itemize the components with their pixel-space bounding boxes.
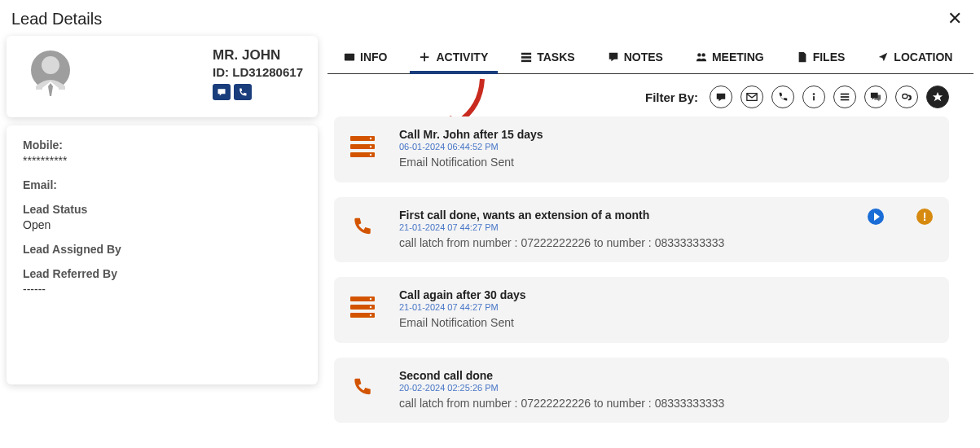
server-icon bbox=[349, 133, 376, 160]
mobile-value: ********** bbox=[23, 154, 301, 167]
svg-rect-5 bbox=[521, 60, 531, 63]
tab-meeting-label: MEETING bbox=[712, 51, 764, 64]
activity-title: Call Mr. John after 15 days bbox=[399, 128, 933, 141]
filter-comment-icon[interactable] bbox=[864, 86, 887, 108]
svg-point-9 bbox=[813, 93, 815, 95]
tab-notes-label: NOTES bbox=[624, 51, 663, 64]
call-button[interactable] bbox=[234, 84, 252, 100]
lead-status-value: Open bbox=[23, 218, 301, 231]
lead-name: MR. JOHN bbox=[213, 47, 303, 64]
phone-icon bbox=[349, 374, 376, 402]
svg-point-1 bbox=[42, 56, 59, 74]
svg-rect-2 bbox=[345, 54, 354, 61]
referred-by-label: Lead Referred By bbox=[23, 267, 301, 280]
tab-notes[interactable]: NOTES bbox=[591, 41, 679, 73]
activity-desc: Email Notification Sent bbox=[399, 155, 933, 171]
tab-meeting[interactable]: MEETING bbox=[679, 41, 780, 73]
activity-desc: Email Notification Sent bbox=[399, 315, 933, 332]
lead-summary-card: MR. JOHN ID: LD31280617 bbox=[7, 36, 318, 117]
svg-rect-12 bbox=[841, 96, 850, 98]
activity-time: 21-01-2024 07 44:27 PM bbox=[399, 302, 933, 312]
filter-chat-icon[interactable] bbox=[710, 86, 732, 108]
tab-tasks-label: TASKS bbox=[537, 51, 574, 64]
tab-location[interactable]: LOCATION bbox=[861, 41, 969, 73]
activity-item: Call again after 30 days 21-01-2024 07 4… bbox=[334, 277, 949, 343]
svg-rect-13 bbox=[841, 99, 850, 101]
filter-phone-icon[interactable] bbox=[771, 86, 794, 108]
activity-list: Call Mr. John after 15 days 06-01-2024 0… bbox=[327, 116, 973, 423]
svg-point-18 bbox=[370, 146, 371, 147]
filter-label: Filter By: bbox=[645, 90, 698, 104]
tab-location-label: LOCATION bbox=[894, 51, 952, 64]
lead-details-card: Mobile: ********** Email: Lead Status Op… bbox=[7, 125, 318, 384]
avatar bbox=[21, 47, 80, 106]
svg-rect-10 bbox=[813, 96, 815, 100]
activity-item: Call Mr. John after 15 days 06-01-2024 0… bbox=[334, 116, 949, 182]
svg-point-23 bbox=[370, 298, 371, 300]
filter-email-icon[interactable] bbox=[740, 86, 763, 108]
activity-item: First call done, wants an extension of a… bbox=[334, 197, 949, 263]
activity-time: 06-01-2024 06:44:52 PM bbox=[399, 142, 933, 152]
tab-info-label: INFO bbox=[360, 51, 387, 64]
filter-star-icon[interactable] bbox=[926, 86, 949, 108]
svg-point-7 bbox=[701, 53, 705, 56]
tab-files-label: FILES bbox=[813, 51, 846, 64]
warning-icon[interactable]: ! bbox=[916, 209, 933, 225]
svg-rect-8 bbox=[747, 94, 757, 101]
activity-item: Second call done 20-02-2024 02:25:26 PM … bbox=[334, 358, 949, 424]
activity-title: First call done, wants an extension of a… bbox=[399, 209, 933, 222]
lead-status-label: Lead Status bbox=[23, 203, 301, 216]
svg-rect-4 bbox=[521, 56, 531, 59]
svg-point-25 bbox=[370, 314, 371, 316]
play-icon[interactable] bbox=[868, 209, 884, 225]
mobile-label: Mobile: bbox=[23, 138, 301, 152]
filter-link-icon[interactable] bbox=[895, 86, 918, 108]
svg-rect-11 bbox=[841, 94, 850, 95]
tab-tasks[interactable]: TASKS bbox=[504, 41, 591, 73]
svg-rect-3 bbox=[521, 53, 531, 55]
activity-desc: call latch from number : 07222222226 to … bbox=[399, 235, 933, 252]
activity-time: 21-01-2024 07 44:27 PM bbox=[399, 222, 933, 232]
tab-files[interactable]: FILES bbox=[780, 41, 862, 73]
tab-activity[interactable]: ACTIVITY bbox=[403, 41, 504, 73]
server-icon bbox=[349, 293, 376, 321]
svg-point-17 bbox=[370, 138, 371, 139]
activity-time: 20-02-2024 02:25:26 PM bbox=[399, 383, 933, 393]
message-button[interactable] bbox=[213, 84, 231, 100]
close-icon[interactable]: ✕ bbox=[944, 7, 965, 31]
activity-title: Call again after 30 days bbox=[399, 288, 933, 301]
tabs: INFO ACTIVITY TASKS NOTES MEETING FILES bbox=[327, 41, 973, 74]
svg-point-6 bbox=[697, 53, 701, 56]
activity-title: Second call done bbox=[399, 369, 933, 382]
page-title: Lead Details bbox=[11, 10, 102, 29]
lead-id: ID: LD31280617 bbox=[213, 65, 303, 79]
email-label: Email: bbox=[23, 178, 301, 191]
activity-desc: call latch from number : 07222222226 to … bbox=[399, 396, 933, 412]
assigned-by-label: Lead Assigned By bbox=[23, 243, 301, 256]
tab-info[interactable]: INFO bbox=[327, 41, 403, 73]
svg-point-24 bbox=[370, 306, 371, 308]
referred-by-value: ------ bbox=[23, 283, 301, 296]
phone-icon bbox=[349, 213, 376, 241]
filter-list-icon[interactable] bbox=[833, 86, 856, 108]
filter-info-icon[interactable] bbox=[802, 86, 825, 108]
svg-point-19 bbox=[370, 154, 371, 156]
tab-activity-label: ACTIVITY bbox=[436, 51, 488, 64]
